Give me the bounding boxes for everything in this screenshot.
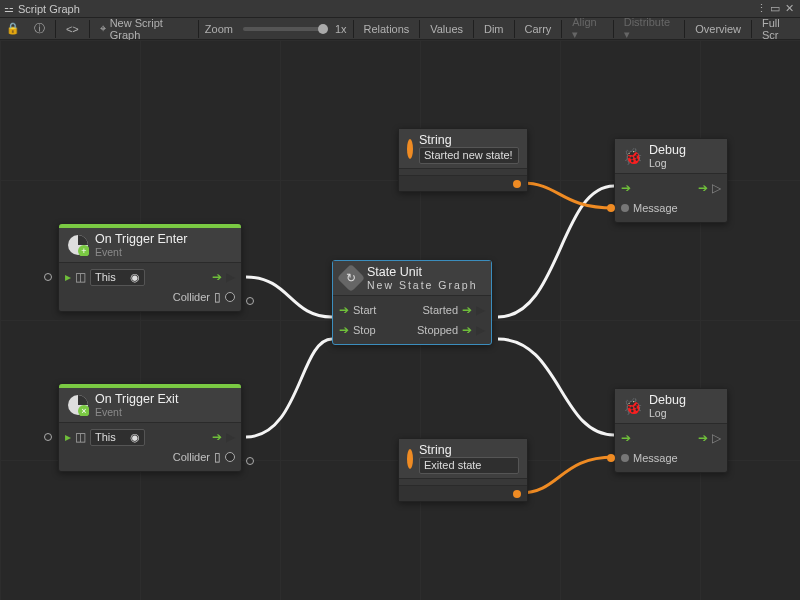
- data-in-port[interactable]: [607, 204, 615, 212]
- align-button[interactable]: Align ▾: [568, 16, 607, 41]
- flow-arrow-icon: ▶: [476, 323, 485, 337]
- output-port[interactable]: [246, 457, 254, 465]
- stop-label: Stop: [353, 324, 376, 336]
- flow-in-port[interactable]: ➔: [621, 431, 631, 445]
- node-subtitle: Event: [95, 406, 178, 418]
- code-icon[interactable]: <>: [62, 23, 83, 35]
- data-out-port[interactable]: [225, 452, 235, 462]
- info-icon[interactable]: ⓘ: [30, 21, 49, 36]
- zoom-label: Zoom: [205, 23, 233, 35]
- string-type-icon: [407, 449, 413, 469]
- page-icon: ▯: [214, 290, 221, 304]
- node-on-trigger-enter[interactable]: + On Trigger Enter Event ▸ ◫ This◉ ➔ ▶ C…: [58, 223, 242, 312]
- node-debug-log[interactable]: 🐞 Debug Log ➔ ➔ ▷ Message: [614, 138, 728, 223]
- message-in-port[interactable]: [621, 204, 629, 212]
- self-dropdown[interactable]: This◉: [90, 269, 145, 286]
- bug-icon: 🐞: [623, 147, 643, 166]
- values-button[interactable]: Values: [426, 23, 467, 35]
- input-port[interactable]: [44, 433, 52, 441]
- flow-arrow-icon: ▷: [712, 181, 721, 195]
- graph-name: New Script Graph: [110, 17, 188, 41]
- node-subtitle: Log: [649, 407, 686, 419]
- start-label: Start: [353, 304, 376, 316]
- node-string-literal[interactable]: String Exited state: [398, 438, 528, 502]
- output-label: Collider: [173, 291, 210, 303]
- flow-arrow-icon: ▶: [226, 430, 235, 444]
- window-title: Script Graph: [18, 3, 80, 15]
- flow-in-port[interactable]: ▸: [65, 430, 71, 444]
- flow-arrow-icon: ▶: [476, 303, 485, 317]
- message-label: Message: [633, 202, 678, 214]
- carry-button[interactable]: Carry: [520, 23, 555, 35]
- node-debug-log[interactable]: 🐞 Debug Log ➔ ➔ ▷ Message: [614, 388, 728, 473]
- distribute-button[interactable]: Distribute ▾: [620, 16, 679, 41]
- crosshair-icon: ⌖: [100, 22, 106, 35]
- state-icon: ↻: [337, 264, 365, 292]
- data-out-port[interactable]: [513, 490, 521, 498]
- overview-button[interactable]: Overview: [691, 23, 745, 35]
- zoom-slider[interactable]: [243, 27, 325, 31]
- input-port[interactable]: [44, 273, 52, 281]
- relations-button[interactable]: Relations: [359, 23, 413, 35]
- node-state-unit[interactable]: ↻ State Unit New State Graph ➔ Start Sta…: [332, 260, 492, 345]
- fullscreen-button[interactable]: Full Scr: [758, 17, 800, 41]
- string-type-icon: [407, 139, 413, 159]
- flow-arrow-icon: ▶: [226, 270, 235, 284]
- node-string-literal[interactable]: String Started new state!: [398, 128, 528, 192]
- node-title: String: [419, 133, 519, 147]
- message-label: Message: [633, 452, 678, 464]
- hierarchy-icon: ⚍: [4, 2, 14, 15]
- node-on-trigger-exit[interactable]: × On Trigger Exit Event ▸ ◫ This◉ ➔ ▶ Co…: [58, 383, 242, 472]
- data-out-port[interactable]: [225, 292, 235, 302]
- node-subtitle: Log: [649, 157, 686, 169]
- graph-canvas[interactable]: + On Trigger Enter Event ▸ ◫ This◉ ➔ ▶ C…: [0, 40, 800, 600]
- node-title: Debug: [649, 143, 686, 157]
- lock-icon[interactable]: 🔒: [2, 22, 24, 35]
- flow-out-port[interactable]: ➔: [698, 181, 708, 195]
- titlebar: ⚍ Script Graph ⋮ ▭ ✕: [0, 0, 800, 18]
- minimize-icon[interactable]: ▭: [768, 2, 782, 15]
- data-in-port[interactable]: [607, 454, 615, 462]
- menu-icon[interactable]: ⋮: [754, 2, 768, 15]
- cube-icon: ◫: [75, 430, 86, 444]
- page-icon: ▯: [214, 450, 221, 464]
- bug-icon: 🐞: [623, 397, 643, 416]
- graph-picker[interactable]: ⌖ New Script Graph: [96, 17, 192, 41]
- node-subtitle: New State Graph: [367, 279, 478, 291]
- flow-in-port[interactable]: ➔: [621, 181, 631, 195]
- flow-out-port[interactable]: ➔: [212, 270, 222, 284]
- flow-out-port[interactable]: ➔: [698, 431, 708, 445]
- event-icon: ×: [67, 394, 89, 416]
- node-title: State Unit: [367, 265, 478, 279]
- string-value-field[interactable]: Exited state: [419, 457, 519, 474]
- started-label: Started: [423, 304, 458, 316]
- start-in-port[interactable]: ➔: [339, 303, 349, 317]
- node-title: On Trigger Exit: [95, 392, 178, 406]
- close-icon[interactable]: ✕: [782, 2, 796, 15]
- output-label: Collider: [173, 451, 210, 463]
- flow-arrow-icon: ▷: [712, 431, 721, 445]
- svg-text:+: +: [81, 246, 86, 256]
- zoom-value: 1x: [335, 23, 347, 35]
- message-in-port[interactable]: [621, 454, 629, 462]
- self-dropdown[interactable]: This◉: [90, 429, 145, 446]
- stop-in-port[interactable]: ➔: [339, 323, 349, 337]
- toolbar: 🔒 ⓘ <> ⌖ New Script Graph Zoom 1x Relati…: [0, 18, 800, 40]
- flow-out-port[interactable]: ➔: [212, 430, 222, 444]
- stopped-out-port[interactable]: ➔: [462, 323, 472, 337]
- node-subtitle: Event: [95, 246, 187, 258]
- string-value-field[interactable]: Started new state!: [419, 147, 519, 164]
- node-title: On Trigger Enter: [95, 232, 187, 246]
- flow-in-port[interactable]: ▸: [65, 270, 71, 284]
- dim-button[interactable]: Dim: [480, 23, 508, 35]
- data-out-port[interactable]: [513, 180, 521, 188]
- event-icon: +: [67, 234, 89, 256]
- output-port[interactable]: [246, 297, 254, 305]
- started-out-port[interactable]: ➔: [462, 303, 472, 317]
- node-title: Debug: [649, 393, 686, 407]
- stopped-label: Stopped: [417, 324, 458, 336]
- svg-text:×: ×: [81, 406, 86, 416]
- cube-icon: ◫: [75, 270, 86, 284]
- node-title: String: [419, 443, 519, 457]
